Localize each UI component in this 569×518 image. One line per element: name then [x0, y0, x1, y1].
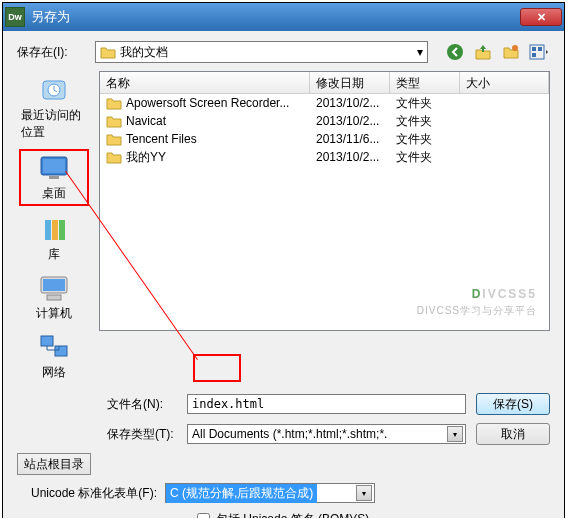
svg-rect-4 [538, 47, 542, 51]
col-type[interactable]: 类型 [390, 72, 460, 93]
svg-rect-11 [45, 220, 51, 240]
bom-checkbox[interactable] [197, 513, 210, 518]
network-icon [37, 332, 71, 362]
window-title: 另存为 [31, 8, 520, 26]
chevron-down-icon: ▾ [356, 485, 372, 501]
desktop-icon [37, 153, 71, 183]
app-icon: Dw [5, 7, 25, 27]
sidebar-item-computer[interactable]: 计算机 [19, 271, 89, 324]
file-list-header: 名称 修改日期 类型 大小 [100, 72, 549, 94]
folder-icon [106, 115, 122, 128]
svg-rect-16 [47, 295, 61, 300]
new-folder-icon[interactable] [500, 41, 522, 63]
unicode-label: Unicode 标准化表单(F): [31, 485, 157, 502]
table-row[interactable]: 我的YY2013/10/2...文件夹 [100, 148, 549, 166]
cancel-button[interactable]: 取消 [476, 423, 550, 445]
svg-rect-17 [41, 336, 53, 346]
svg-rect-9 [43, 159, 65, 173]
folder-icon [106, 151, 122, 164]
sidebar-item-recent[interactable]: 最近访问的位置 [19, 73, 89, 143]
save-button[interactable]: 保存(S) [476, 393, 550, 415]
places-sidebar: 最近访问的位置 桌面 库 计算机 网络 [17, 71, 91, 383]
svg-rect-5 [532, 53, 536, 57]
titlebar: Dw 另存为 ✕ [3, 3, 564, 31]
filetype-label: 保存类型(T): [107, 426, 177, 443]
col-date[interactable]: 修改日期 [310, 72, 390, 93]
computer-icon [37, 273, 71, 303]
svg-point-0 [447, 44, 463, 60]
unicode-select[interactable]: C (规范分解,后跟规范合成)▾ [165, 483, 375, 503]
back-icon[interactable] [444, 41, 466, 63]
table-row[interactable]: Navicat2013/10/2...文件夹 [100, 112, 549, 130]
col-name[interactable]: 名称 [100, 72, 310, 93]
save-in-combo[interactable]: 我的文档 ▾ [95, 41, 428, 63]
filename-label: 文件名(N): [107, 396, 177, 413]
svg-rect-18 [55, 346, 67, 356]
svg-rect-13 [59, 220, 65, 240]
folder-icon [100, 45, 116, 59]
recent-icon [37, 75, 71, 105]
table-row[interactable]: Apowersoft Screen Recorder...2013/10/2..… [100, 94, 549, 112]
sidebar-item-network[interactable]: 网络 [19, 330, 89, 383]
site-root-button[interactable]: 站点根目录 [17, 453, 91, 475]
sidebar-item-label: 桌面 [42, 185, 66, 202]
bom-label: 包括 Unicode 签名 (BOM)(S) [216, 511, 369, 518]
up-icon[interactable] [472, 41, 494, 63]
filename-input[interactable] [187, 394, 466, 414]
filetype-select[interactable]: All Documents (*.htm;*.html;*.shtm;*. ▾ [187, 424, 466, 444]
sidebar-item-desktop[interactable]: 桌面 [19, 149, 89, 206]
watermark: DIVCSS5 DIVCSS学习与分享平台 [417, 276, 537, 318]
chevron-down-icon: ▾ [417, 45, 423, 59]
svg-point-1 [512, 45, 518, 51]
close-button[interactable]: ✕ [520, 8, 562, 26]
folder-icon [106, 97, 122, 110]
table-row[interactable]: Tencent Files2013/11/6...文件夹 [100, 130, 549, 148]
save-as-dialog: Dw 另存为 ✕ 保存在(I): 我的文档 ▾ 最近访问的位置 [2, 2, 565, 518]
sidebar-item-label: 网络 [42, 364, 66, 381]
svg-rect-3 [532, 47, 536, 51]
libraries-icon [37, 214, 71, 244]
sidebar-item-libraries[interactable]: 库 [19, 212, 89, 265]
file-list[interactable]: 名称 修改日期 类型 大小 Apowersoft Screen Recorder… [99, 71, 550, 331]
view-menu-icon[interactable] [528, 41, 550, 63]
svg-rect-10 [49, 176, 59, 179]
svg-rect-12 [52, 220, 58, 240]
sidebar-item-label: 最近访问的位置 [21, 107, 87, 141]
save-in-value: 我的文档 [120, 44, 417, 61]
sidebar-item-label: 计算机 [36, 305, 72, 322]
folder-icon [106, 133, 122, 146]
col-size[interactable]: 大小 [460, 72, 549, 93]
svg-rect-15 [43, 279, 65, 291]
chevron-down-icon: ▾ [447, 426, 463, 442]
sidebar-item-label: 库 [48, 246, 60, 263]
save-in-label: 保存在(I): [17, 44, 87, 61]
